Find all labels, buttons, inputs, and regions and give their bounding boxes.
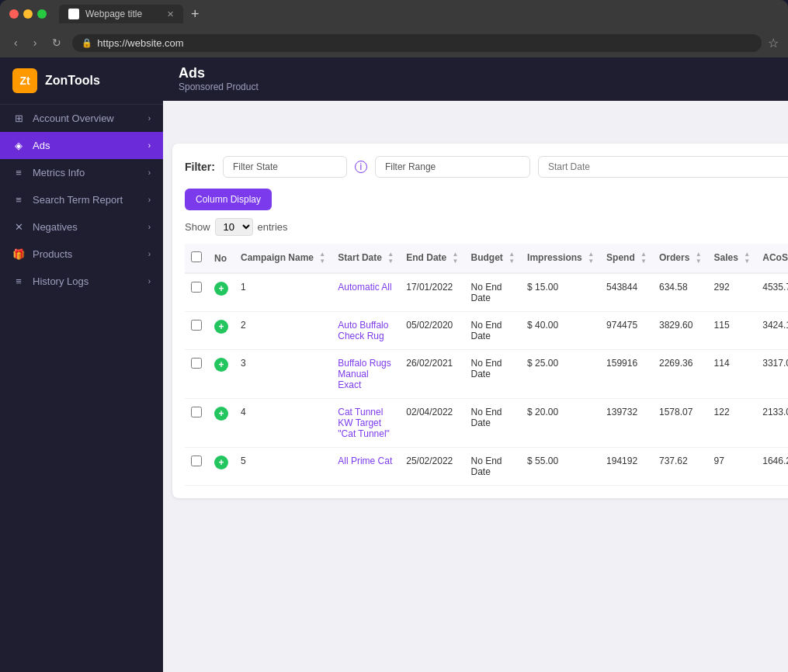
th-checkbox[interactable] xyxy=(185,244,208,273)
header-title-block: Ads Sponsored Product xyxy=(179,65,259,92)
cell-start-date: 25/02/2022 xyxy=(400,448,464,486)
tab-close-button[interactable]: ✕ xyxy=(167,9,174,19)
column-display-button[interactable]: Column Display xyxy=(185,189,272,210)
cell-checkbox[interactable] xyxy=(185,273,208,312)
sidebar-label-account-overview: Account Overview xyxy=(33,113,141,124)
cell-sales: 1646.20 xyxy=(756,448,788,486)
row-checkbox[interactable] xyxy=(191,282,202,293)
minimize-traffic-light[interactable] xyxy=(23,9,33,19)
filter-info-icon[interactable]: i xyxy=(355,161,367,173)
th-acos[interactable]: ACoS ▲▼ xyxy=(756,244,788,273)
sidebar-item-ads[interactable]: ◈ Ads › xyxy=(0,132,163,159)
cell-spend: 737.62 xyxy=(653,448,708,486)
th-end-date[interactable]: End Date ▲▼ xyxy=(400,244,464,273)
logo-letters: Zt xyxy=(19,74,30,87)
app-header: Ads Sponsored Product US - All Prime LLC xyxy=(163,57,788,101)
cell-campaign-name[interactable]: All Prime Cat xyxy=(332,448,400,486)
cell-checkbox[interactable] xyxy=(185,350,208,399)
browser-tab[interactable]: Webpage title ✕ xyxy=(59,5,183,23)
cell-start-date: 26/02/2021 xyxy=(400,350,464,399)
table-row: + 4 Cat Tunnel KW Target "Cat Tunnel" 02… xyxy=(185,399,788,448)
cell-sales: 2133.05 xyxy=(756,399,788,448)
ads-icon: ◈ xyxy=(12,140,25,151)
back-button[interactable]: ‹ xyxy=(9,35,23,50)
sidebar-label-metrics: Metrics Info xyxy=(33,167,141,178)
cell-spend: 1578.07 xyxy=(653,399,708,448)
row-checkbox[interactable] xyxy=(191,320,202,331)
show-entries-control: Show 10 entries xyxy=(185,218,788,236)
filter-state-select[interactable]: Filter State xyxy=(223,156,347,178)
row-checkbox[interactable] xyxy=(191,456,202,466)
cell-campaign-name[interactable]: Automatic All xyxy=(332,273,400,312)
entries-select[interactable]: 10 xyxy=(215,218,253,236)
negatives-icon: ✕ xyxy=(12,221,25,233)
status-active-icon[interactable]: + xyxy=(214,456,228,469)
cell-no: 4 xyxy=(234,399,332,448)
cell-checkbox[interactable] xyxy=(185,399,208,448)
refresh-button[interactable]: ↻ xyxy=(47,35,66,50)
sidebar-item-account-overview[interactable]: ⊞ Account Overview › xyxy=(0,105,163,132)
table-row: + 3 Buffalo Rugs Manual Exact 26/02/2021… xyxy=(185,350,788,399)
cell-status[interactable]: + xyxy=(208,350,234,399)
cell-status[interactable]: + xyxy=(208,399,234,448)
status-active-icon[interactable]: + xyxy=(214,320,228,334)
maximize-traffic-light[interactable] xyxy=(37,9,47,19)
campaign-name-link[interactable]: Buffalo Rugs Manual Exact xyxy=(338,358,391,390)
filter-range-select[interactable]: Filter Range xyxy=(375,156,530,178)
nav-actions: ☆ xyxy=(768,36,779,50)
th-start-date[interactable]: Start Date ▲▼ xyxy=(332,244,400,273)
new-tab-button[interactable]: + xyxy=(186,6,204,23)
th-orders[interactable]: Orders ▲▼ xyxy=(653,244,708,273)
campaign-name-link[interactable]: Automatic All xyxy=(338,282,391,293)
select-all-checkbox[interactable] xyxy=(191,251,202,262)
sidebar-item-history-logs[interactable]: ≡ History Logs › xyxy=(0,268,163,295)
cell-sales: 4535.75 xyxy=(756,273,788,312)
sidebar-label-search-term: Search Term Report xyxy=(33,194,141,206)
campaign-name-link[interactable]: All Prime Cat xyxy=(338,456,392,466)
cell-checkbox[interactable] xyxy=(185,312,208,350)
th-impressions[interactable]: Impressions ▲▼ xyxy=(521,244,600,273)
sidebar-item-metrics-info[interactable]: ≡ Metrics Info › xyxy=(0,159,163,186)
th-campaign-name[interactable]: Campaign Name ▲▼ xyxy=(234,244,332,273)
cell-impressions: 974475 xyxy=(600,312,653,350)
sidebar-label-ads: Ads xyxy=(33,140,141,151)
sidebar-item-negatives[interactable]: ✕ Negatives › xyxy=(0,213,163,241)
cell-campaign-name[interactable]: Auto Buffalo Check Rug xyxy=(332,312,400,350)
cell-status[interactable]: + xyxy=(208,448,234,486)
th-sales[interactable]: Sales ▲▼ xyxy=(708,244,757,273)
campaign-name-link[interactable]: Cat Tunnel KW Target "Cat Tunnel" xyxy=(338,407,390,439)
cell-status[interactable]: + xyxy=(208,312,234,350)
row-checkbox[interactable] xyxy=(191,358,202,369)
forward-button[interactable]: › xyxy=(29,35,42,50)
cell-campaign-name[interactable]: Cat Tunnel KW Target "Cat Tunnel" xyxy=(332,399,400,448)
sidebar-item-search-term-report[interactable]: ≡ Search Term Report › xyxy=(0,186,163,213)
status-active-icon[interactable]: + xyxy=(214,358,228,372)
th-spend[interactable]: Spend ▲▼ xyxy=(600,244,653,273)
filter-date-input[interactable] xyxy=(538,156,788,178)
address-bar[interactable]: 🔒 https://website.com xyxy=(72,34,762,52)
chevron-right-icon-products: › xyxy=(148,250,151,258)
cell-end-date: No End Date xyxy=(465,399,522,448)
cell-checkbox[interactable] xyxy=(185,448,208,486)
page-subtitle: Sponsored Product xyxy=(179,81,259,92)
status-active-icon[interactable]: + xyxy=(214,407,228,421)
cell-budget: $ 55.00 xyxy=(521,448,600,486)
cell-status[interactable]: + xyxy=(208,273,234,312)
logo-area: Zt ZonTools xyxy=(0,57,163,105)
campaign-name-link[interactable]: Auto Buffalo Check Rug xyxy=(338,320,388,341)
row-checkbox[interactable] xyxy=(191,407,202,417)
cell-campaign-name[interactable]: Buffalo Rugs Manual Exact xyxy=(332,350,400,399)
plus-icon: + xyxy=(218,283,224,294)
chevron-right-icon: › xyxy=(148,114,151,123)
cell-start-date: 02/04/2022 xyxy=(400,399,464,448)
sidebar-label-negatives: Negatives xyxy=(33,221,141,233)
sidebar-item-products[interactable]: 🎁 Products › xyxy=(0,241,163,268)
th-budget[interactable]: Budget ▲▼ xyxy=(465,244,522,273)
title-bar: Webpage title ✕ + xyxy=(0,0,788,28)
sidebar-label-history: History Logs xyxy=(33,275,141,287)
sidebar: Zt ZonTools ⊞ Account Overview › ◈ Ads ›… xyxy=(0,57,163,672)
status-active-icon[interactable]: + xyxy=(214,282,228,296)
bookmark-icon[interactable]: ☆ xyxy=(768,36,779,50)
history-icon: ≡ xyxy=(12,275,25,287)
close-traffic-light[interactable] xyxy=(9,9,19,19)
